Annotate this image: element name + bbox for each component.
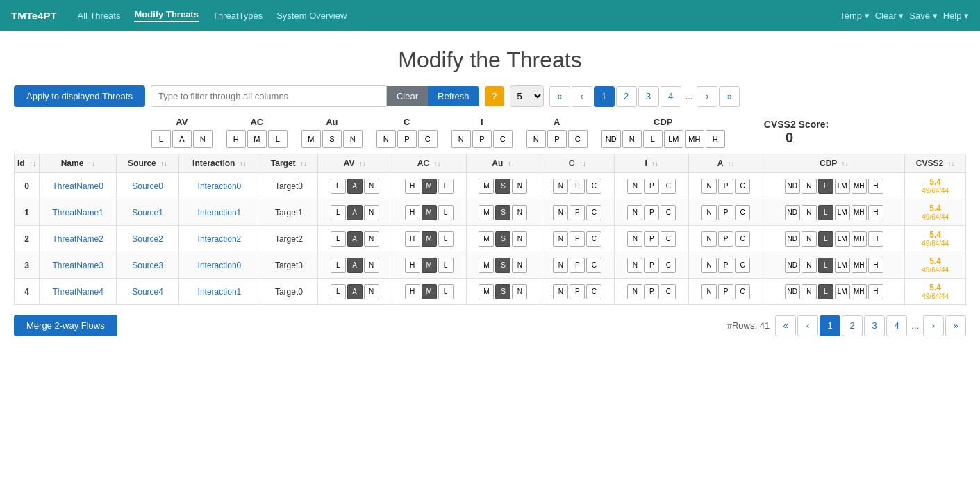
metric-btn-mh[interactable]: MH	[852, 258, 867, 273]
cvss-a-c[interactable]: C	[568, 130, 588, 148]
page-next-top[interactable]: ›	[697, 86, 717, 107]
metric-btn-lm[interactable]: LM	[835, 231, 850, 247]
col-source[interactable]: Source ↑↓	[117, 154, 178, 173]
page-1-bottom[interactable]: 1	[820, 315, 840, 336]
metric-btn-s[interactable]: S	[495, 179, 510, 194]
metric-btn-p[interactable]: P	[718, 231, 733, 247]
page-first-top[interactable]: «	[549, 86, 570, 107]
metric-btn-c[interactable]: C	[735, 284, 750, 299]
metric-btn-p[interactable]: P	[644, 284, 659, 299]
cvss-cdp-n[interactable]: N	[622, 130, 642, 148]
page-1-top[interactable]: 1	[594, 86, 615, 107]
col-cdp[interactable]: CDP ↑↓	[763, 154, 905, 173]
metric-btn-p[interactable]: P	[644, 205, 659, 220]
cell-interaction[interactable]: Interaction0	[178, 173, 260, 199]
filter-input[interactable]	[151, 85, 387, 107]
metric-btn-n[interactable]: N	[701, 179, 717, 194]
col-c[interactable]: C ↑↓	[540, 154, 615, 173]
metric-btn-l[interactable]: L	[438, 205, 454, 220]
metric-btn-m[interactable]: M	[422, 231, 437, 247]
metric-btn-p[interactable]: P	[718, 205, 733, 220]
page-last-bottom[interactable]: »	[945, 315, 966, 336]
cvss-ac-h[interactable]: H	[226, 130, 246, 148]
nav-save[interactable]: Save	[909, 10, 937, 21]
metric-btn-h[interactable]: H	[405, 231, 420, 247]
metric-btn-p[interactable]: P	[718, 179, 733, 194]
metric-btn-h[interactable]: H	[868, 258, 883, 273]
metric-btn-c[interactable]: C	[661, 205, 676, 220]
page-size-select[interactable]: 5 10 25 50	[510, 85, 544, 107]
metric-btn-n[interactable]: N	[553, 205, 568, 220]
metric-btn-mh[interactable]: MH	[852, 205, 867, 220]
metric-btn-n[interactable]: N	[364, 284, 379, 299]
cell-source[interactable]: Source0	[117, 173, 178, 199]
metric-btn-c[interactable]: C	[586, 284, 601, 299]
cvss-ac-l[interactable]: L	[268, 130, 288, 148]
page-2-bottom[interactable]: 2	[842, 315, 863, 336]
metric-btn-h[interactable]: H	[405, 284, 420, 299]
metric-btn-a[interactable]: A	[347, 179, 363, 194]
metric-btn-a[interactable]: A	[347, 258, 363, 273]
metric-btn-m[interactable]: M	[422, 258, 437, 273]
metric-btn-n[interactable]: N	[512, 205, 527, 220]
page-last-top[interactable]: »	[719, 86, 740, 107]
cvss-av-n[interactable]: N	[193, 130, 213, 148]
metric-btn-n[interactable]: N	[512, 231, 527, 247]
metric-btn-c[interactable]: C	[661, 179, 676, 194]
page-prev-bottom[interactable]: ‹	[797, 315, 818, 336]
page-2-top[interactable]: 2	[616, 86, 637, 107]
metric-btn-n[interactable]: N	[802, 179, 817, 194]
metric-btn-a[interactable]: A	[347, 284, 363, 299]
cvss-ac-m[interactable]: M	[247, 130, 267, 148]
apply-button[interactable]: Apply to displayed Threats	[14, 85, 145, 107]
metric-btn-n[interactable]: N	[364, 179, 379, 194]
cell-source[interactable]: Source3	[117, 252, 178, 279]
refresh-button[interactable]: Refresh	[428, 86, 479, 106]
metric-btn-n[interactable]: N	[364, 205, 379, 220]
metric-btn-s[interactable]: S	[495, 258, 510, 273]
metric-btn-m[interactable]: M	[422, 205, 437, 220]
cvss-a-n[interactable]: N	[526, 130, 546, 148]
nav-all-threats[interactable]: All Threats	[78, 10, 121, 21]
cvss-cdp-lm[interactable]: LM	[664, 130, 683, 148]
metric-btn-l[interactable]: L	[331, 179, 346, 194]
metric-btn-m[interactable]: M	[479, 258, 494, 273]
metric-btn-c[interactable]: C	[586, 179, 601, 194]
col-id[interactable]: Id ↑↓	[15, 154, 40, 173]
cvss-au-n[interactable]: N	[343, 130, 363, 148]
metric-btn-c[interactable]: C	[735, 231, 750, 247]
metric-btn-m[interactable]: M	[479, 205, 494, 220]
col-interaction[interactable]: Interaction ↑↓	[178, 154, 260, 173]
cvss-i-n[interactable]: N	[451, 130, 471, 148]
cell-interaction[interactable]: Interaction1	[178, 199, 260, 226]
metric-btn-n[interactable]: N	[512, 258, 527, 273]
metric-btn-h[interactable]: H	[405, 179, 420, 194]
metric-btn-c[interactable]: C	[661, 284, 676, 299]
col-target[interactable]: Target ↑↓	[260, 154, 318, 173]
metric-btn-c[interactable]: C	[735, 205, 750, 220]
metric-btn-n[interactable]: N	[627, 205, 642, 220]
metric-btn-s[interactable]: S	[495, 231, 510, 247]
metric-btn-l[interactable]: L	[818, 258, 833, 273]
metric-btn-nd[interactable]: ND	[785, 205, 800, 220]
metric-btn-p[interactable]: P	[718, 258, 733, 273]
cell-name[interactable]: ThreatName0	[40, 173, 117, 199]
metric-btn-nd[interactable]: ND	[785, 179, 800, 194]
metric-btn-c[interactable]: C	[586, 258, 601, 273]
metric-btn-h[interactable]: H	[405, 258, 420, 273]
metric-btn-n[interactable]: N	[627, 284, 642, 299]
help-button[interactable]: ?	[485, 86, 504, 106]
cvss-av-a[interactable]: A	[172, 130, 192, 148]
metric-btn-n[interactable]: N	[512, 284, 527, 299]
clear-filter-button[interactable]: Clear	[387, 86, 428, 106]
metric-btn-n[interactable]: N	[364, 231, 379, 247]
col-name[interactable]: Name ↑↓	[40, 154, 117, 173]
metric-btn-m[interactable]: M	[479, 179, 494, 194]
metric-btn-l[interactable]: L	[438, 231, 454, 247]
cvss-au-m[interactable]: M	[301, 130, 321, 148]
nav-clear[interactable]: Clear	[875, 10, 904, 21]
nav-threat-types[interactable]: ThreatTypes	[213, 10, 263, 21]
nav-help[interactable]: Help	[943, 10, 969, 21]
metric-btn-c[interactable]: C	[735, 179, 750, 194]
metric-btn-c[interactable]: C	[661, 231, 676, 247]
